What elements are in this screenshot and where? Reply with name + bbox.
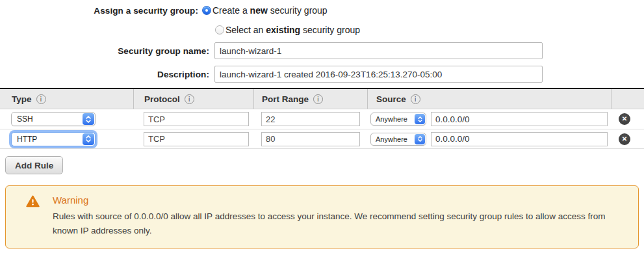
info-icon[interactable]: i	[411, 94, 420, 104]
protocol-cell	[133, 112, 253, 126]
port-range-header-label: Port Range	[262, 94, 309, 104]
select-existing-group-radio-label[interactable]: Select an existing security group	[225, 25, 360, 35]
configure-security-group-page: Assign a security group: Create a new se…	[0, 0, 644, 268]
description-label: Description:	[0, 70, 209, 79]
select-existing-group-row: Select an existing security group	[0, 25, 360, 35]
info-icon[interactable]: i	[313, 94, 323, 104]
source-cidr-input[interactable]	[431, 112, 608, 126]
delete-rule-button[interactable]: ✕	[619, 113, 630, 125]
column-header-type: Type i	[0, 89, 133, 109]
info-icon[interactable]: i	[36, 94, 46, 104]
actions-cell: ✕	[611, 113, 644, 125]
description-input[interactable]	[214, 66, 543, 83]
warning-triangle-icon	[26, 195, 40, 210]
source-mode-select[interactable]: Anywhere	[370, 113, 426, 126]
type-select-value: SSH	[12, 114, 82, 124]
assign-security-group-row: Assign a security group: Create a new se…	[0, 5, 328, 16]
port-range-cell	[253, 132, 367, 146]
column-header-protocol: Protocol i	[133, 89, 253, 109]
add-rule-button[interactable]: Add Rule	[5, 156, 63, 174]
security-group-name-row: Security group name:	[0, 42, 543, 59]
warning-box: Warning Rules with source of 0.0.0.0/0 a…	[5, 185, 639, 248]
column-header-source: Source i	[367, 89, 611, 109]
rule-row-ssh: SSH Anywhere	[0, 109, 644, 129]
source-mode-select[interactable]: Anywhere	[370, 133, 426, 146]
select-chevrons-icon	[415, 134, 425, 144]
type-cell: SSH	[0, 112, 133, 126]
source-cidr-input[interactable]	[431, 132, 608, 146]
create-new-group-radio[interactable]	[202, 6, 211, 15]
description-row: Description:	[0, 66, 543, 83]
type-select[interactable]: HTTP	[11, 132, 96, 146]
select-chevrons-icon	[83, 113, 94, 125]
port-range-input[interactable]	[261, 132, 360, 146]
warning-title: Warning	[53, 194, 88, 206]
protocol-cell	[133, 132, 253, 146]
port-range-cell	[253, 112, 367, 126]
type-select[interactable]: SSH	[11, 112, 96, 126]
source-cell: Anywhere	[367, 132, 611, 146]
column-header-port-range: Port Range i	[253, 89, 367, 109]
protocol-input[interactable]	[144, 132, 249, 146]
security-rules-table: Type i Protocol i Port Range i Source i …	[0, 88, 644, 149]
protocol-input[interactable]	[144, 112, 249, 126]
type-cell: HTTP	[0, 132, 133, 146]
delete-rule-button[interactable]: ✕	[619, 133, 630, 145]
rule-row-http: HTTP Anywhere	[0, 129, 644, 148]
source-mode-value: Anywhere	[371, 115, 414, 123]
port-range-input[interactable]	[261, 112, 360, 126]
column-header-actions	[611, 89, 644, 109]
select-chevrons-icon	[415, 114, 425, 124]
source-header-label: Source	[376, 94, 406, 104]
info-icon[interactable]: i	[185, 94, 194, 104]
actions-cell: ✕	[611, 133, 644, 145]
table-header-row: Type i Protocol i Port Range i Source i	[0, 88, 644, 109]
type-header-label: Type	[12, 94, 32, 104]
select-existing-group-radio[interactable]	[215, 25, 224, 34]
source-cell: Anywhere	[367, 112, 611, 126]
type-select-value: HTTP	[12, 135, 82, 144]
assign-security-group-label: Assign a security group:	[0, 6, 198, 16]
security-group-name-label: Security group name:	[0, 46, 209, 56]
warning-body-text: Rules with source of 0.0.0.0/0 allow all…	[53, 209, 622, 237]
source-mode-value: Anywhere	[371, 135, 414, 143]
create-new-group-radio-label[interactable]: Create a new security group	[213, 5, 328, 16]
select-chevrons-icon	[83, 133, 94, 145]
security-group-name-input[interactable]	[214, 42, 543, 59]
protocol-header-label: Protocol	[144, 94, 180, 104]
